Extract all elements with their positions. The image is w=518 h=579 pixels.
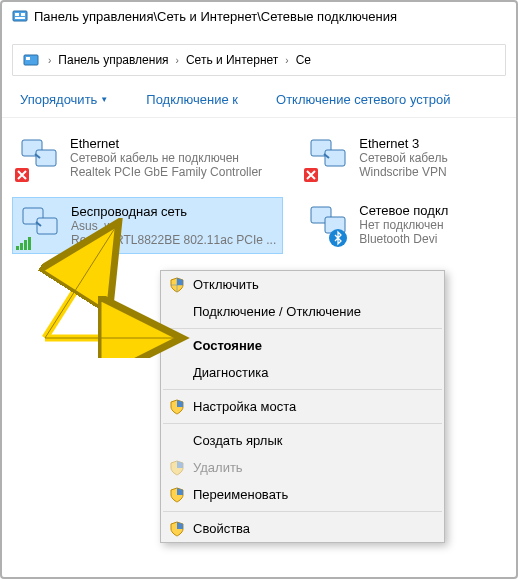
connection-device: Windscribe VPN [359,165,500,179]
connection-status: Сетевой кабель не подключен [70,151,277,165]
svg-rect-2 [21,13,25,16]
menu-delete: Удалить [161,454,444,481]
disconnected-icon [15,168,29,182]
chevron-right-icon[interactable]: › [282,55,291,66]
shield-icon [169,460,185,476]
menu-label: Создать ярлык [193,433,282,448]
organize-menu[interactable]: Упорядочить ▼ [12,90,116,109]
shield-icon [169,487,185,503]
menu-properties[interactable]: Свойства [161,515,444,542]
svg-rect-13 [16,246,19,250]
menu-label: Отключить [193,277,259,292]
connection-device: Realtek RTL8822BE 802.11ac PCIe ... [71,233,276,247]
window-titlebar: Панель управления\Сеть и Интернет\Сетевы… [2,2,516,30]
menu-label: Подключение / Отключение [193,304,361,319]
menu-create-shortcut[interactable]: Создать ярлык [161,427,444,454]
menu-disable[interactable]: Отключить [161,271,444,298]
control-panel-icon [23,52,39,68]
breadcrumb-item[interactable]: Се [292,51,315,69]
menu-label: Переименовать [193,487,288,502]
disable-device-button[interactable]: Отключение сетевого устрой [268,90,458,109]
svg-rect-16 [28,237,31,250]
breadcrumb-bar[interactable]: › Панель управления › Сеть и Интернет › … [12,44,506,76]
menu-label: Диагностика [193,365,268,380]
toolbar: Упорядочить ▼ Подключение к Отключение с… [2,82,516,118]
menu-rename[interactable]: Переименовать [161,481,444,508]
svg-rect-14 [20,243,23,250]
connection-ethernet3[interactable]: Ethernet 3 Сетевой кабель Windscribe VPN [301,130,506,185]
chevron-right-icon[interactable]: › [173,55,182,66]
svg-rect-1 [15,13,19,16]
connect-to-button[interactable]: Подключение к [138,90,246,109]
organize-label: Упорядочить [20,92,97,107]
menu-bridge[interactable]: Настройка моста [161,393,444,420]
connection-status: Сетевой кабель [359,151,500,165]
connection-title: Беспроводная сеть [71,204,276,219]
svg-rect-5 [26,57,30,60]
menu-connect-disconnect[interactable]: Подключение / Отключение [161,298,444,325]
connection-title: Ethernet [70,136,277,151]
control-panel-icon [12,8,28,24]
connection-title: Ethernet 3 [359,136,500,151]
breadcrumb-item[interactable]: Сеть и Интернет [182,51,282,69]
connection-device: Bluetooth Devi [359,232,500,246]
context-menu: Отключить Подключение / Отключение Состо… [160,270,445,543]
breadcrumb-item[interactable]: Панель управления [54,51,172,69]
menu-label: Состояние [193,338,262,353]
chevron-down-icon: ▼ [100,95,108,104]
connection-title: Сетевое подкл [359,203,500,218]
connection-device: Realtek PCIe GbE Family Controller [70,165,277,179]
menu-label: Удалить [193,460,243,475]
bluetooth-icon [329,229,347,247]
svg-rect-15 [24,240,27,250]
chevron-right-icon[interactable]: › [45,55,54,66]
svg-rect-3 [15,17,25,19]
connection-status: Нет подключен [359,218,500,232]
menu-status[interactable]: Состояние [161,332,444,359]
wifi-signal-icon [16,237,32,250]
window-title: Панель управления\Сеть и Интернет\Сетевы… [34,9,397,24]
shield-icon [169,277,185,293]
connection-ethernet[interactable]: Ethernet Сетевой кабель не подключен Rea… [12,130,283,185]
menu-label: Свойства [193,521,250,536]
connection-status: Asus_wifi [71,219,276,233]
connection-bluetooth[interactable]: Сетевое подкл Нет подключен Bluetooth De… [301,197,506,252]
shield-icon [169,521,185,537]
menu-label: Настройка моста [193,399,296,414]
menu-diagnostics[interactable]: Диагностика [161,359,444,386]
connection-wifi[interactable]: Беспроводная сеть Asus_wifi Realtek RTL8… [12,197,283,254]
disconnected-icon [304,168,318,182]
shield-icon [169,399,185,415]
